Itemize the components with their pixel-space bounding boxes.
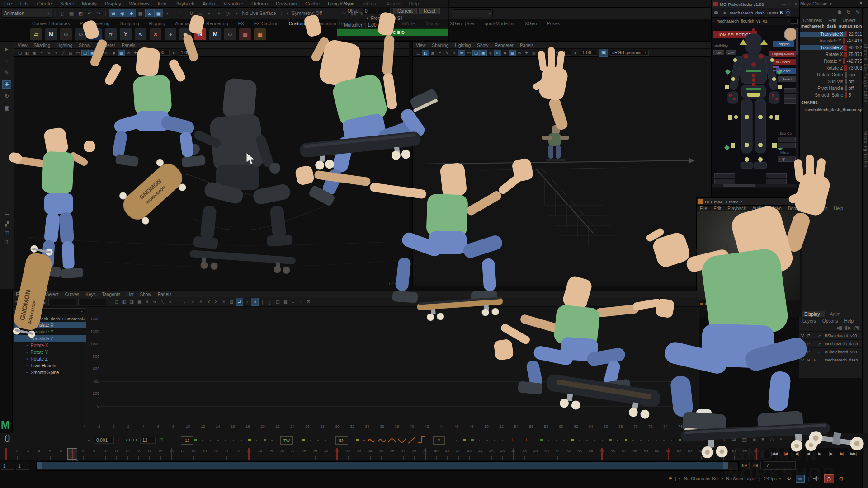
- animbot-dot-button[interactable]: [617, 440, 618, 441]
- layer-visibility-toggle[interactable]: V: [799, 342, 806, 346]
- menubar-item-edit[interactable]: Edit: [16, 1, 33, 6]
- viewport-icon[interactable]: ✚: [523, 50, 530, 56]
- playback-start-field[interactable]: 1: [16, 462, 29, 470]
- animbot-dot-button[interactable]: [202, 440, 203, 441]
- channel-value[interactable]: 90.422: [848, 45, 862, 50]
- channel-value[interactable]: -47.413: [847, 38, 862, 43]
- animbot-dot-button[interactable]: [671, 440, 672, 441]
- picker-tab[interactable]: mechaMech_flourish_v1_01: [717, 19, 786, 23]
- viewport-icon[interactable]: ↯: [443, 50, 451, 56]
- ge-tool-icon[interactable]: ⊠: [305, 298, 312, 306]
- viewport-icon[interactable]: ▣: [31, 50, 38, 56]
- graph-area[interactable]: [86, 307, 698, 432]
- ge-tool-icon[interactable]: ⌒: [174, 298, 182, 306]
- viewport-icon[interactable]: ▭: [465, 50, 472, 56]
- reset-button[interactable]: Reset: [419, 8, 440, 14]
- ge-tool-icon[interactable]: ⇄: [236, 298, 243, 306]
- animbot-dot-button[interactable]: [486, 440, 488, 441]
- animbot-curve-icon[interactable]: [368, 435, 377, 446]
- animbot-dot-button[interactable]: [640, 440, 642, 441]
- viewport-icon[interactable]: ▣: [89, 50, 96, 56]
- shelf-tab-animation[interactable]: Animation: [170, 21, 201, 26]
- maya-m-shelf-icon[interactable]: M: [45, 28, 57, 41]
- ref-menu-tools[interactable]: Tools: [814, 206, 830, 211]
- time-slider[interactable]: 1234567891011121314151617181920212223242…: [0, 448, 764, 460]
- synced-button[interactable]: SYNCED: [337, 28, 448, 36]
- pose-shelf-icon[interactable]: ☺: [224, 28, 236, 41]
- viewport-icon[interactable]: ◧: [24, 50, 31, 56]
- curve-shelf-icon[interactable]: ∿: [134, 28, 147, 41]
- snap-point-icon[interactable]: ◆: [127, 9, 136, 17]
- channel-box-object-name[interactable]: mechaMech_dash_Human:spine: [800, 24, 862, 31]
- animbot-dot-button[interactable]: [548, 440, 549, 441]
- rotate-tool-icon[interactable]: ↻: [2, 92, 11, 100]
- checkbox-checked-icon[interactable]: ✓: [365, 16, 369, 21]
- layout-outliner-icon[interactable]: ▯: [2, 239, 11, 245]
- viewport-icon[interactable]: ◍: [139, 50, 146, 56]
- animbot-dot-button[interactable]: [363, 440, 365, 441]
- gamma-field[interactable]: 1.00: [580, 50, 597, 56]
- hex-icon[interactable]: ◇: [770, 436, 774, 442]
- shelf-tab-fx-caching[interactable]: FX Caching: [249, 21, 284, 26]
- layer-playback-toggle[interactable]: P: [806, 358, 812, 362]
- ge-menu-view[interactable]: View: [27, 292, 43, 297]
- channel-box-row[interactable]: Translate Z90.422: [800, 44, 862, 51]
- vp-right-menu-view[interactable]: View: [413, 43, 429, 48]
- viewport-icon[interactable]: ▣: [480, 50, 487, 56]
- next-key-icon[interactable]: ↦: [133, 437, 137, 443]
- tab-next-icon[interactable]: ›: [788, 19, 789, 23]
- insert-keys-icon[interactable]: ⧉: [22, 298, 31, 306]
- animbot-dot-button[interactable]: [586, 440, 588, 441]
- picker-mini-button[interactable]: [784, 99, 797, 104]
- animbot-dot-button[interactable]: [456, 440, 457, 441]
- ge-channel-row[interactable]: •Rotate Y: [14, 349, 86, 356]
- open-scene-icon[interactable]: ▤: [67, 9, 76, 17]
- ge-tool-icon[interactable]: ▥: [228, 298, 236, 306]
- layer-color-swatch[interactable]: ▱: [818, 333, 825, 338]
- ge-channel-pin-icon[interactable]: •: [26, 336, 28, 341]
- ge-menu-list[interactable]: List: [123, 292, 137, 297]
- shape-name[interactable]: mechaMech_dash_Human:spi: [800, 108, 862, 114]
- ge-tool-icon[interactable]: Y: [205, 298, 212, 306]
- ge-tool-icon[interactable]: ⌐: [182, 298, 189, 306]
- menubar-item-playback[interactable]: Playback: [170, 1, 198, 6]
- channel-value[interactable]: 73.003: [848, 66, 862, 70]
- n-shelf-icon[interactable]: N: [194, 28, 207, 41]
- ge-channel-pin-icon[interactable]: •: [26, 363, 28, 368]
- viewport-icon[interactable]: ◔: [538, 50, 545, 56]
- modeling-toolkit-tab[interactable]: Modeling Toolkit: [863, 131, 868, 168]
- character-icon[interactable]: ⚉: [712, 9, 721, 17]
- step-forward-key-button[interactable]: ▶|: [836, 449, 848, 459]
- animbot-dot-button[interactable]: [579, 440, 580, 441]
- channel-box-row[interactable]: Rotate Z73.003: [800, 65, 862, 71]
- vp-right-menu-shading[interactable]: Shading: [429, 43, 452, 48]
- stats-field-y[interactable]: [78, 299, 106, 305]
- ge-tool-icon[interactable]: ≈: [166, 298, 174, 306]
- ge-tool-icon[interactable]: ╲: [159, 298, 166, 306]
- cross-shelf-icon[interactable]: ✕: [149, 28, 162, 41]
- layer-menu-layers[interactable]: Layers: [799, 319, 819, 324]
- layer-new-icon[interactable]: ⬔: [854, 325, 859, 331]
- channel-box-row[interactable]: Sub Visoff: [800, 78, 862, 85]
- viewport-right[interactable]: ViewShadingLightingShowRendererPanels ▢◧…: [412, 42, 712, 286]
- shelf-tab-sculpting[interactable]: Sculpting: [114, 21, 144, 26]
- layer-color-swatch[interactable]: ▱: [818, 358, 825, 362]
- viewport-icon[interactable]: ↯: [45, 50, 52, 56]
- ge-menu-edit[interactable]: Edit: [13, 292, 27, 297]
- viewport-icon[interactable]: ≣: [458, 50, 465, 56]
- layer-visibility-toggle[interactable]: V: [799, 358, 806, 362]
- ge-channel-row[interactable]: •Rotate Z: [14, 356, 86, 362]
- snap-plane-icon[interactable]: ▦: [136, 9, 145, 17]
- layout-four-icon[interactable]: ▞: [2, 221, 11, 227]
- layer-move-up-icon[interactable]: ◀▮: [836, 325, 843, 331]
- layer-menu-options[interactable]: Options: [819, 319, 841, 324]
- layer-row[interactable]: VPR▱mechaMech_dash_: [799, 356, 862, 364]
- animbot-tw-button[interactable]: TW: [280, 436, 293, 445]
- menubar-item-modify[interactable]: Modify: [78, 1, 100, 6]
- no-live-surface-field[interactable]: No Live Surface: [242, 10, 276, 16]
- ge-tool-icon[interactable]: ✕: [220, 298, 228, 306]
- layer-color-swatch[interactable]: ▱: [818, 342, 825, 346]
- ge-tool-icon[interactable]: ▣: [136, 298, 143, 306]
- power-icon[interactable]: ⊙: [159, 436, 164, 443]
- mirror-button[interactable]: [714, 179, 735, 184]
